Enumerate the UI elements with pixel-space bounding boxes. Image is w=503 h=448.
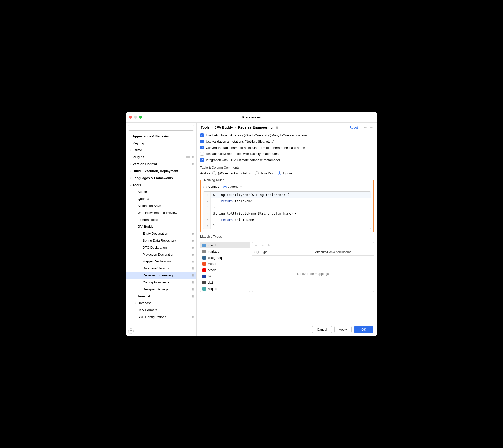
sidebar-item-version-control[interactable]: ›Version Control▦	[126, 160, 196, 167]
code-line: 3}	[203, 204, 371, 210]
db-item-hsqldb[interactable]: hsqldb	[200, 286, 250, 292]
close-icon[interactable]	[129, 116, 132, 119]
sidebar-item-actions-on-save[interactable]: Actions on Save	[126, 202, 196, 209]
apply-button[interactable]: Apply	[334, 326, 352, 333]
checkbox-row[interactable]: ✓Integration with IDEA Ultimate database…	[200, 157, 374, 163]
line-number: 2	[203, 198, 211, 204]
sidebar-item-appearance-behavior[interactable]: ›Appearance & Behavior	[126, 133, 196, 140]
radio[interactable]	[212, 171, 216, 175]
overlay-icon: ▦	[191, 274, 194, 277]
code-editor[interactable]: 1String toEntityName(String tableName) {…	[203, 191, 371, 229]
db-label: postgresql	[208, 256, 223, 260]
reset-button[interactable]: Reset	[349, 126, 358, 129]
add-mapping-icon[interactable]: ＋	[254, 243, 258, 248]
attr-header[interactable]: Attribute/Converter/Hiberna...	[313, 249, 374, 255]
sidebar-item-tools[interactable]: ⌄Tools	[126, 181, 196, 188]
chevron-right-icon: ›	[129, 177, 133, 179]
db-icon	[202, 244, 206, 247]
sidebar-item-terminal[interactable]: Terminal▦	[126, 293, 196, 299]
sidebar-item-languages-frameworks[interactable]: ›Languages & Frameworks	[126, 174, 196, 181]
db-icon	[202, 256, 206, 260]
sidebar-item-database[interactable]: ›Database	[126, 299, 196, 306]
sidebar-item-entity-declaration[interactable]: Entity Declaration▦	[126, 230, 196, 237]
sidebar-item-web-browsers-and-preview[interactable]: Web Browsers and Preview	[126, 209, 196, 216]
sidebar-item-dto-declaration[interactable]: DTO Declaration▦	[126, 244, 196, 251]
sidebar-item-reverse-engineering[interactable]: Reverse Engineering▦	[126, 272, 196, 279]
sidebar-item-coding-assistance[interactable]: Coding Assistance▦	[126, 279, 196, 286]
sidebar-item-label: Qodana	[138, 197, 149, 201]
radio[interactable]	[203, 185, 207, 188]
sidebar-item-label: Editor	[133, 148, 142, 152]
sidebar-item-qodana[interactable]: Qodana	[126, 195, 196, 202]
sql-type-header[interactable]: SQL Type	[252, 249, 313, 255]
sidebar-item-external-tools[interactable]: External Tools	[126, 216, 196, 223]
sidebar-item-label: JPA Buddy	[138, 225, 153, 228]
overlay-icon: ▦	[191, 288, 194, 291]
code-line: 1String toEntityName(String tableName) {	[203, 192, 371, 198]
db-icon	[202, 287, 206, 291]
mapping-types-label: Mapping Types	[200, 232, 374, 239]
sidebar-item-plugins[interactable]: Plugins1 ▦	[126, 153, 196, 160]
sidebar-item-editor[interactable]: ›Editor	[126, 147, 196, 153]
sidebar-item-label: Reverse Engineering	[143, 273, 173, 277]
overlay-icon: ▦	[191, 253, 194, 256]
sidebar-item-label: Keymap	[133, 141, 145, 145]
checkbox-row[interactable]: ✓Use FetchType.LAZY for @OneToOne and @M…	[200, 132, 374, 138]
overlay-icon: ▦	[191, 281, 194, 284]
radio-label: Ignore	[283, 171, 292, 175]
overlay-icon: ▦	[191, 260, 194, 263]
db-item-mssql[interactable]: mssql	[200, 261, 250, 267]
sidebar-item-database-versioning[interactable]: ›Database Versioning▦	[126, 265, 196, 272]
checkbox[interactable]: ✓	[200, 133, 204, 137]
sidebar-item-projection-declaration[interactable]: Projection Declaration▦	[126, 251, 196, 258]
sidebar-item-designer-settings[interactable]: Designer Settings▦	[126, 286, 196, 293]
line-number: 5	[203, 217, 211, 223]
sidebar-item-keymap[interactable]: Keymap	[126, 140, 196, 147]
maximize-icon[interactable]	[139, 116, 142, 119]
overlay-icon: ▦	[191, 162, 194, 166]
checkbox-row[interactable]: ✓Convert the table name to a singular fo…	[200, 145, 374, 151]
sidebar-item-ssh-configurations[interactable]: SSH Configurations▦	[126, 313, 196, 320]
minimize-icon[interactable]	[134, 116, 137, 119]
ok-button[interactable]: OK	[354, 326, 373, 333]
checkbox[interactable]: ✓	[200, 146, 204, 149]
sidebar-item-jpa-buddy[interactable]: ⌄JPA Buddy	[126, 223, 196, 230]
checkbox-row[interactable]: ✓Use validation annotations (NotNull, Si…	[200, 138, 374, 145]
code-text: }	[211, 223, 215, 229]
sidebar-item-build-execution-deployment[interactable]: ›Build, Execution, Deployment	[126, 167, 196, 174]
sidebar-item-mapper-declaration[interactable]: Mapper Declaration▦	[126, 258, 196, 265]
code-text: }	[211, 204, 215, 210]
sidebar-item-label: Actions on Save	[138, 204, 161, 208]
sidebar-item-spring-data-repository[interactable]: Spring Data Repository▦	[126, 237, 196, 244]
crumb-jpa-buddy[interactable]: JPA Buddy	[215, 125, 233, 129]
db-item-oracle[interactable]: oracle	[200, 267, 250, 273]
db-item-mysql[interactable]: mysql	[200, 242, 250, 248]
db-item-h2[interactable]: h2	[200, 273, 250, 279]
checkbox[interactable]	[200, 152, 204, 156]
nav-back-icon[interactable]: ←	[363, 125, 367, 130]
nav-forward-icon[interactable]: →	[369, 125, 373, 130]
checkbox[interactable]: ✓	[200, 140, 204, 143]
naming-options: ConfigsAlgorithm	[203, 184, 371, 189]
sidebar-item-label: Entity Declaration	[143, 232, 168, 235]
main-panel: Tools › JPA Buddy › Reverse Engineering …	[197, 123, 377, 336]
checkbox-row[interactable]: Replace ORM references with basic type a…	[200, 151, 374, 157]
radio[interactable]	[223, 185, 227, 188]
search-input[interactable]	[128, 125, 194, 131]
sidebar-item-csv-formats[interactable]: CSV Formats	[126, 306, 196, 313]
checkbox[interactable]: ✓	[200, 158, 204, 162]
cancel-button[interactable]: Cancel	[312, 326, 332, 333]
db-item-mariadb[interactable]: mariadb	[200, 248, 250, 255]
crumb-tools[interactable]: Tools	[201, 125, 210, 129]
line-number: 6	[203, 223, 211, 229]
chevron-right-icon: ›	[129, 149, 133, 151]
db-item-db2[interactable]: db2	[200, 279, 250, 286]
chevron-right-icon: ›	[139, 267, 143, 270]
radio[interactable]	[255, 171, 259, 175]
radio[interactable]	[278, 171, 281, 175]
radio-label: Configs	[208, 185, 219, 188]
help-icon[interactable]: ?	[128, 328, 134, 334]
db-item-postgresql[interactable]: postgresql	[200, 255, 250, 261]
sidebar: 🔍 ›Appearance & BehaviorKeymap›EditorPlu…	[126, 123, 197, 336]
sidebar-item-space[interactable]: Space	[126, 188, 196, 195]
